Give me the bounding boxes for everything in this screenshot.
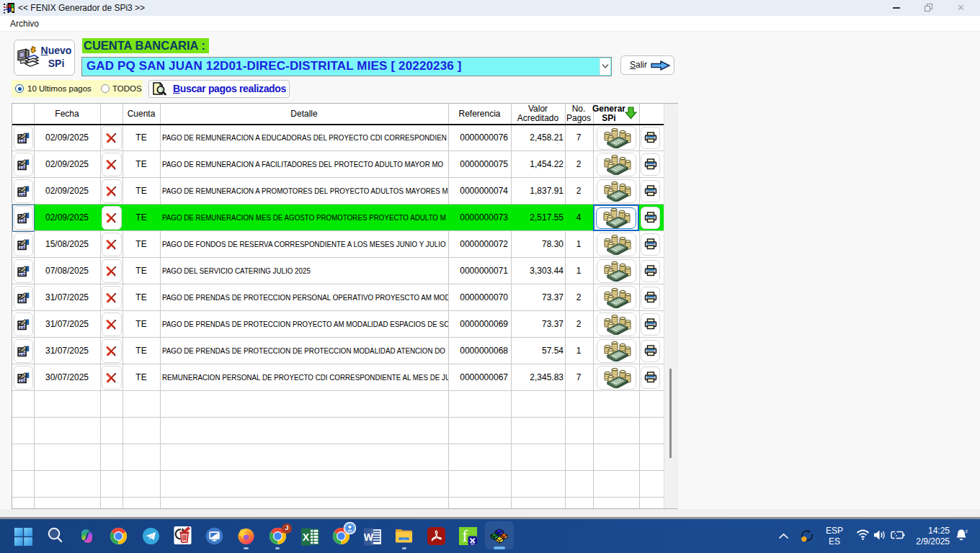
svg-text:X: X: [303, 531, 310, 543]
svg-text:z: z: [966, 529, 968, 534]
svg-text:W: W: [364, 531, 374, 543]
svg-text:sls: sls: [471, 542, 475, 545]
svg-text:f: f: [463, 527, 468, 545]
